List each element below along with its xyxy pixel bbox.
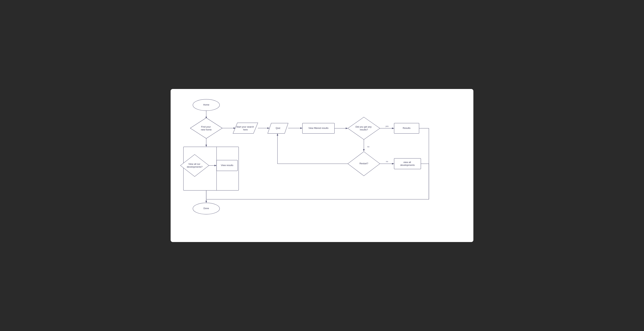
- loop-back-line: [206, 190, 406, 199]
- restart-label: Restart?: [360, 162, 368, 165]
- flowchart-canvas: Home Find your new home Start your searc…: [170, 89, 474, 242]
- view-all-dev-q-label: View all our developments?: [187, 163, 202, 168]
- view-filtered-results-label: View filtered results: [308, 127, 328, 129]
- done-label: Done: [204, 207, 209, 210]
- no1-label: no: [367, 146, 369, 148]
- home-label: Home: [203, 103, 210, 106]
- quiz-label: Quiz: [276, 127, 280, 129]
- view-results-label: View results: [221, 164, 233, 167]
- find-new-home-label: Find your new home: [201, 125, 212, 131]
- view-all-dev-feedback-line: [421, 164, 429, 199]
- no2-label: no: [386, 160, 388, 162]
- yes-label: yes: [386, 125, 388, 127]
- arrow-restart-yes-to-quiz: [278, 133, 348, 164]
- results-label: Results: [403, 127, 410, 129]
